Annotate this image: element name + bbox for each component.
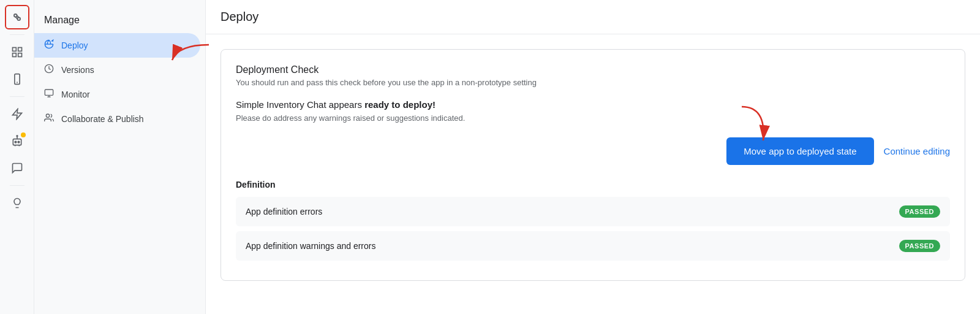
svg-line-3 bbox=[15, 17, 17, 19]
ready-text-prefix: Simple Inventory Chat appears bbox=[236, 99, 364, 110]
nav-item-collaborate-label: Collaborate & Publish bbox=[61, 114, 144, 124]
svg-point-15 bbox=[17, 136, 18, 137]
ready-text: Simple Inventory Chat appears ready to d… bbox=[236, 99, 950, 110]
bolt-icon[interactable] bbox=[5, 102, 29, 126]
svg-point-0 bbox=[13, 14, 17, 17]
check-row-1-label: App definition warnings and errors bbox=[246, 241, 375, 251]
icon-sidebar bbox=[0, 0, 34, 314]
svg-rect-6 bbox=[12, 53, 16, 57]
action-row: Move app to deployed state Continue edit… bbox=[236, 137, 950, 165]
continue-editing-button[interactable]: Continue editing bbox=[884, 146, 950, 156]
svg-rect-20 bbox=[45, 90, 53, 95]
svg-point-13 bbox=[18, 141, 20, 143]
check-row-0: App definition errors PASSED bbox=[236, 197, 950, 226]
nav-item-deploy-label: Deploy bbox=[61, 40, 88, 50]
monitor-icon bbox=[44, 88, 54, 101]
ready-text-bold: ready to deploy! bbox=[364, 99, 435, 110]
definition-label: Definition bbox=[236, 180, 950, 190]
bulb-icon[interactable] bbox=[5, 191, 29, 215]
svg-rect-11 bbox=[13, 139, 21, 145]
phone-icon[interactable] bbox=[5, 67, 29, 91]
nav-item-monitor[interactable]: Monitor bbox=[34, 82, 200, 107]
chat-icon[interactable] bbox=[5, 156, 29, 180]
card-subtitle: You should run and pass this check befor… bbox=[236, 78, 950, 87]
card-title: Deployment Check bbox=[236, 64, 950, 75]
deploy-button[interactable]: Move app to deployed state bbox=[726, 137, 873, 165]
nav-item-collaborate[interactable]: Collaborate & Publish bbox=[34, 107, 200, 131]
deploy-icon bbox=[44, 39, 54, 52]
nav-item-versions-label: Versions bbox=[61, 65, 94, 75]
svg-rect-5 bbox=[18, 48, 21, 52]
divider-1 bbox=[10, 34, 24, 35]
divider-3 bbox=[10, 185, 24, 186]
ready-subtext: Please do address any warnings raised or… bbox=[236, 113, 950, 123]
definition-section: Definition App definition errors PASSED … bbox=[236, 180, 950, 261]
svg-point-1 bbox=[17, 17, 20, 20]
check-row-1: App definition warnings and errors PASSE… bbox=[236, 231, 950, 261]
nav-item-monitor-label: Monitor bbox=[61, 90, 90, 99]
svg-line-2 bbox=[17, 15, 18, 17]
nav-item-versions[interactable]: Versions bbox=[34, 58, 200, 82]
main-content: Deploy Deployment Check You should run a… bbox=[206, 0, 980, 314]
versions-icon bbox=[44, 64, 54, 76]
grid-icon[interactable] bbox=[5, 40, 29, 64]
svg-rect-4 bbox=[12, 48, 16, 52]
svg-point-23 bbox=[46, 114, 49, 117]
robot-badge bbox=[21, 132, 26, 137]
svg-rect-7 bbox=[18, 53, 21, 57]
app-icon[interactable] bbox=[5, 5, 29, 29]
check-row-0-label: App definition errors bbox=[246, 207, 322, 216]
check-row-1-badge: PASSED bbox=[899, 240, 940, 252]
robot-icon[interactable] bbox=[5, 129, 29, 153]
nav-item-deploy[interactable]: Deploy bbox=[34, 33, 200, 58]
collaborate-icon bbox=[44, 113, 54, 125]
page-title: Deploy bbox=[221, 10, 258, 23]
page-header: Deploy bbox=[206, 0, 980, 34]
svg-point-12 bbox=[15, 141, 17, 143]
divider-2 bbox=[10, 96, 24, 97]
check-row-0-badge: PASSED bbox=[899, 205, 940, 218]
deployment-check-card: Deployment Check You should run and pass… bbox=[221, 49, 965, 281]
nav-sidebar: Manage Deploy bbox=[34, 0, 206, 314]
content-area: Deployment Check You should run and pass… bbox=[206, 34, 980, 310]
svg-marker-10 bbox=[12, 109, 21, 120]
ready-section: Simple Inventory Chat appears ready to d… bbox=[236, 99, 950, 123]
manage-title: Manage bbox=[34, 10, 205, 33]
